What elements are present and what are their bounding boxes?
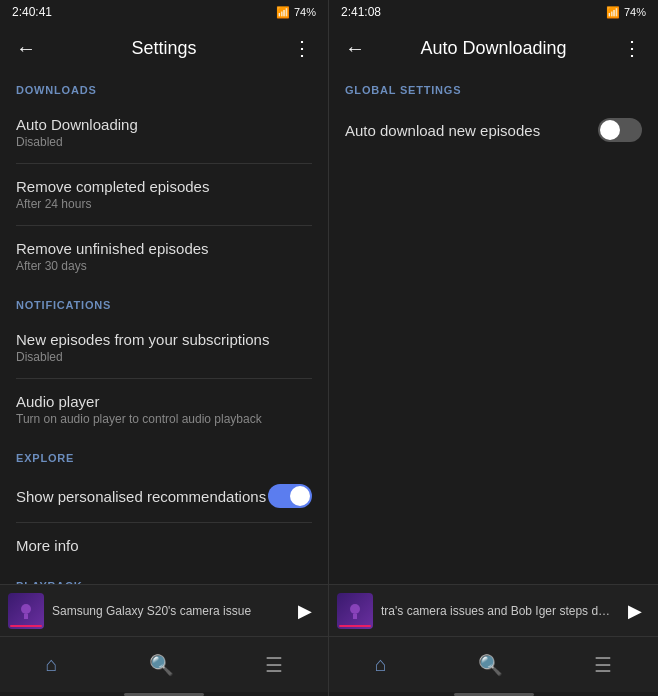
item-subtitle-remove-unfinished: After 30 days	[16, 259, 312, 273]
settings-item-more-info[interactable]: More info	[0, 523, 328, 568]
nav-playlist-right[interactable]: ☰	[578, 645, 628, 685]
home-icon-left: ⌂	[45, 653, 57, 676]
bottom-nav-right: ⌂ 🔍 ☰	[329, 636, 658, 692]
settings-item-remove-unfinished[interactable]: Remove unfinished episodes After 30 days	[0, 226, 328, 287]
battery-left: 74%	[294, 6, 316, 18]
status-icons-right: 📶 74%	[606, 6, 646, 19]
podcast-thumbnail-right	[337, 593, 373, 629]
item-text-more-info: More info	[16, 537, 312, 554]
status-icons-left: 📶 74%	[276, 6, 316, 19]
status-bar-left: 2:40:41 📶 74%	[0, 0, 328, 24]
back-button-left[interactable]: ←	[8, 29, 44, 68]
item-title-auto-download-new: Auto download new episodes	[345, 122, 598, 139]
mini-player-left[interactable]: Samsung Galaxy S20's camera issue ▶	[0, 584, 328, 636]
home-icon-right: ⌂	[375, 653, 387, 676]
item-text-audio-player: Audio player Turn on audio player to con…	[16, 393, 312, 426]
settings-item-auto-download-new[interactable]: Auto download new episodes	[329, 102, 658, 158]
settings-content: DOWNLOADS Auto Downloading Disabled Remo…	[0, 72, 328, 584]
item-text-show-personalised: Show personalised recommendations	[16, 488, 268, 505]
signal-icon-right: 📶	[606, 6, 620, 19]
section-header-downloads: DOWNLOADS	[0, 72, 328, 102]
home-indicator-right	[329, 692, 658, 696]
page-title-right: Auto Downloading	[373, 38, 614, 59]
item-text-remove-completed: Remove completed episodes After 24 hours	[16, 178, 312, 211]
settings-item-audio-player[interactable]: Audio player Turn on audio player to con…	[0, 379, 328, 440]
svg-point-0	[21, 604, 31, 614]
item-subtitle-remove-completed: After 24 hours	[16, 197, 312, 211]
settings-item-show-personalised[interactable]: Show personalised recommendations	[0, 470, 328, 522]
svg-rect-1	[24, 614, 28, 619]
settings-item-auto-downloading[interactable]: Auto Downloading Disabled	[0, 102, 328, 163]
play-button-right[interactable]: ▶	[620, 596, 650, 626]
section-header-notifications: NOTIFICATIONS	[0, 287, 328, 317]
toolbar-left: ← Settings ⋮	[0, 24, 328, 72]
toggle-knob	[290, 486, 310, 506]
item-subtitle-audio-player: Turn on audio player to control audio pl…	[16, 412, 312, 426]
nav-home-right[interactable]: ⌂	[359, 645, 403, 684]
nav-home-left[interactable]: ⌂	[29, 645, 73, 684]
bottom-section-left: ⌂ 🔍 ☰	[0, 636, 328, 696]
item-title-remove-completed: Remove completed episodes	[16, 178, 312, 195]
item-title-auto-downloading: Auto Downloading	[16, 116, 312, 133]
home-indicator-left	[0, 692, 328, 696]
item-text-remove-unfinished: Remove unfinished episodes After 30 days	[16, 240, 312, 273]
search-icon-left: 🔍	[149, 653, 174, 677]
item-text-auto-downloading: Auto Downloading Disabled	[16, 116, 312, 149]
toggle-auto-download-new[interactable]	[598, 118, 642, 142]
svg-point-2	[350, 604, 360, 614]
nav-playlist-left[interactable]: ☰	[249, 645, 299, 685]
more-button-left[interactable]: ⋮	[284, 28, 320, 68]
podcast-logo-left	[16, 601, 36, 621]
search-icon-right: 🔍	[478, 653, 503, 677]
item-title-more-info: More info	[16, 537, 312, 554]
item-subtitle-new-episodes: Disabled	[16, 350, 312, 364]
time-right: 2:41:08	[341, 5, 381, 19]
bottom-nav-left: ⌂ 🔍 ☰	[0, 636, 328, 692]
battery-right: 74%	[624, 6, 646, 18]
play-button-left[interactable]: ▶	[290, 596, 320, 626]
section-header-explore: EXPLORE	[0, 440, 328, 470]
page-title-left: Settings	[44, 38, 284, 59]
time-left: 2:40:41	[12, 5, 52, 19]
playlist-icon-right: ☰	[594, 653, 612, 677]
section-header-global: GLOBAL SETTINGS	[329, 72, 658, 102]
mini-player-right[interactable]: tra's camera issues and Bob Iger steps d…	[329, 584, 658, 636]
settings-item-remove-completed[interactable]: Remove completed episodes After 24 hours	[0, 164, 328, 225]
auto-downloading-screen: 2:41:08 📶 74% ← Auto Downloading ⋮ GLOBA…	[329, 0, 658, 696]
section-header-playback: PLAYBACK	[0, 568, 328, 584]
nav-search-right[interactable]: 🔍	[462, 645, 519, 685]
settings-screen: 2:40:41 📶 74% ← Settings ⋮ DOWNLOADS Aut…	[0, 0, 329, 696]
item-title-audio-player: Audio player	[16, 393, 312, 410]
signal-icon: 📶	[276, 6, 290, 19]
auto-downloading-content: GLOBAL SETTINGS Auto download new episod…	[329, 72, 658, 584]
more-button-right[interactable]: ⋮	[614, 28, 650, 68]
status-bar-right: 2:41:08 📶 74%	[329, 0, 658, 24]
item-title-new-episodes: New episodes from your subscriptions	[16, 331, 312, 348]
item-subtitle-auto-downloading: Disabled	[16, 135, 312, 149]
item-text-new-episodes: New episodes from your subscriptions Dis…	[16, 331, 312, 364]
podcast-thumbnail-left	[8, 593, 44, 629]
item-title-remove-unfinished: Remove unfinished episodes	[16, 240, 312, 257]
bottom-section-right: ⌂ 🔍 ☰	[329, 636, 658, 696]
back-button-right[interactable]: ←	[337, 29, 373, 68]
episode-title-left: Samsung Galaxy S20's camera issue	[52, 604, 282, 618]
item-text-auto-download-new: Auto download new episodes	[345, 122, 598, 139]
playlist-icon-left: ☰	[265, 653, 283, 677]
podcast-logo-right	[345, 601, 365, 621]
toolbar-right: ← Auto Downloading ⋮	[329, 24, 658, 72]
item-title-show-personalised: Show personalised recommendations	[16, 488, 268, 505]
svg-rect-3	[353, 614, 357, 619]
nav-search-left[interactable]: 🔍	[133, 645, 190, 685]
toggle-show-personalised[interactable]	[268, 484, 312, 508]
toggle-knob-auto-download	[600, 120, 620, 140]
settings-item-new-episodes[interactable]: New episodes from your subscriptions Dis…	[0, 317, 328, 378]
episode-title-right: tra's camera issues and Bob Iger steps d…	[381, 604, 612, 618]
